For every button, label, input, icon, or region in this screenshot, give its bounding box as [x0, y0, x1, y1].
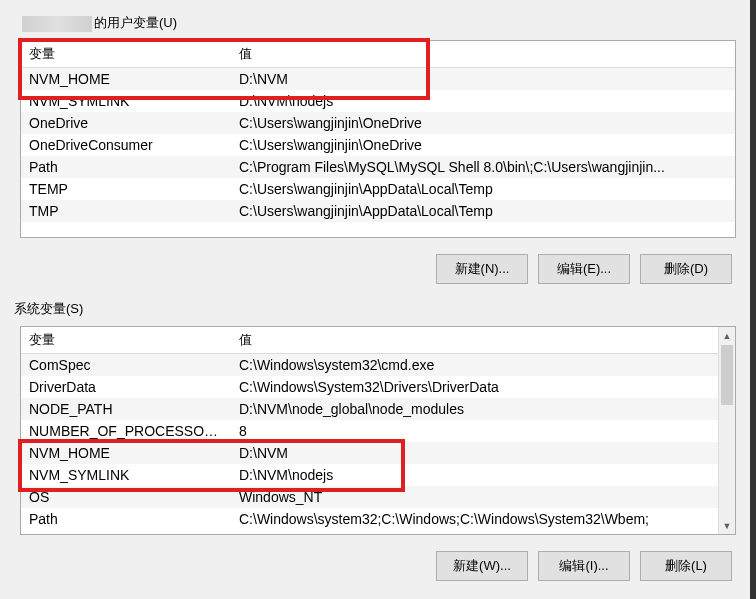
table-row[interactable]: ComSpecC:\Windows\system32\cmd.exe — [21, 354, 735, 377]
delete-system-var-button[interactable]: 删除(L) — [640, 551, 732, 581]
edit-user-var-button[interactable]: 编辑(E)... — [538, 254, 630, 284]
scroll-up-arrow[interactable]: ▲ — [719, 327, 735, 344]
username-blurred — [22, 16, 92, 32]
new-system-var-button[interactable]: 新建(W)... — [436, 551, 528, 581]
column-value[interactable]: 值 — [231, 41, 735, 68]
table-row[interactable]: NVM_HOMED:\NVM — [21, 68, 735, 91]
system-vars-buttons: 新建(W)... 编辑(I)... 删除(L) — [12, 535, 744, 581]
table-row[interactable]: PathC:\Windows\system32;C:\Windows;C:\Wi… — [21, 508, 735, 530]
window-right-edge — [750, 0, 756, 599]
env-vars-dialog: 的用户变量(U) 变量 值 NVM_HOMED:\NVM NVM_SYMLINK… — [0, 0, 756, 581]
scroll-thumb[interactable] — [721, 345, 733, 405]
edit-system-var-button[interactable]: 编辑(I)... — [538, 551, 630, 581]
column-variable[interactable]: 变量 — [21, 41, 231, 68]
table-row[interactable]: TEMPC:\Users\wangjinjin\AppData\Local\Te… — [21, 178, 735, 200]
user-vars-table[interactable]: 变量 值 NVM_HOMED:\NVM NVM_SYMLINKD:\NVM\no… — [21, 41, 735, 222]
vertical-scrollbar[interactable]: ▲ ▼ — [718, 327, 735, 534]
table-row[interactable]: NODE_PATHD:\NVM\node_global\node_modules — [21, 398, 735, 420]
table-row[interactable]: NVM_SYMLINKD:\NVM\nodejs — [21, 464, 735, 486]
new-user-var-button[interactable]: 新建(N)... — [436, 254, 528, 284]
table-row[interactable]: NUMBER_OF_PROCESSORS8 — [21, 420, 735, 442]
user-vars-table-wrapper: 变量 值 NVM_HOMED:\NVM NVM_SYMLINKD:\NVM\no… — [20, 40, 736, 238]
system-vars-table[interactable]: 变量 值 ComSpecC:\Windows\system32\cmd.exe … — [21, 327, 735, 530]
table-row[interactable]: OSWindows_NT — [21, 486, 735, 508]
system-vars-table-wrapper: 变量 值 ComSpecC:\Windows\system32\cmd.exe … — [20, 326, 736, 535]
column-variable[interactable]: 变量 — [21, 327, 231, 354]
column-value[interactable]: 值 — [231, 327, 735, 354]
user-vars-buttons: 新建(N)... 编辑(E)... 删除(D) — [12, 238, 744, 294]
table-row[interactable]: NVM_HOMED:\NVM — [21, 442, 735, 464]
scroll-down-arrow[interactable]: ▼ — [719, 517, 735, 534]
table-row[interactable]: OneDriveConsumerC:\Users\wangjinjin\OneD… — [21, 134, 735, 156]
user-vars-label: 的用户变量(U) — [12, 8, 744, 40]
table-row[interactable]: OneDriveC:\Users\wangjinjin\OneDrive — [21, 112, 735, 134]
system-vars-label: 系统变量(S) — [12, 294, 744, 326]
table-row[interactable]: DriverDataC:\Windows\System32\Drivers\Dr… — [21, 376, 735, 398]
table-row[interactable]: PathC:\Program Files\MySQL\MySQL Shell 8… — [21, 156, 735, 178]
delete-user-var-button[interactable]: 删除(D) — [640, 254, 732, 284]
table-row[interactable]: NVM_SYMLINKD:\NVM\nodejs — [21, 90, 735, 112]
table-row[interactable]: TMPC:\Users\wangjinjin\AppData\Local\Tem… — [21, 200, 735, 222]
